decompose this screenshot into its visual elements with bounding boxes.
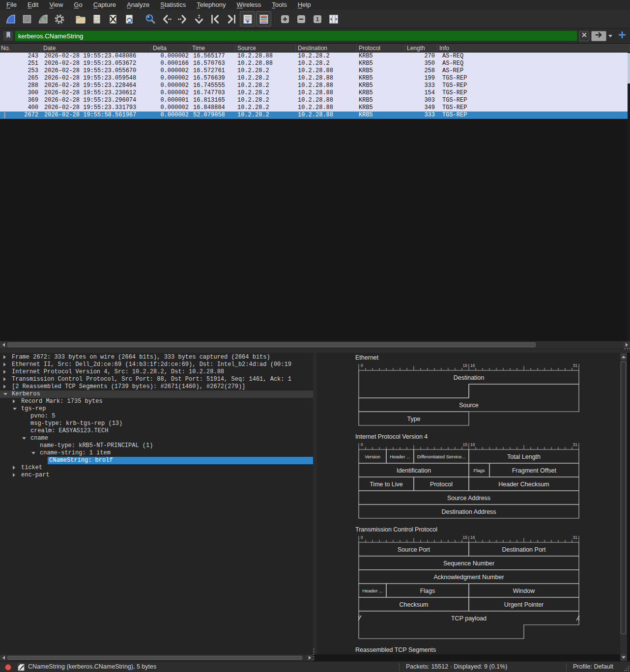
restart-capture-button[interactable] (35, 11, 51, 27)
scroll-left-arrow[interactable] (0, 655, 7, 661)
go-forward-button[interactable] (175, 11, 190, 27)
collapse-arrow-icon[interactable] (13, 408, 17, 410)
column-header-source[interactable]: Source (235, 44, 296, 52)
menu-tools[interactable]: Tools (266, 0, 292, 9)
column-header-destination[interactable]: Destination (296, 44, 357, 52)
capture-options-button[interactable] (52, 11, 67, 27)
detail-row[interactable]: CNameString: brolf (0, 457, 313, 464)
packet-diagram-pane[interactable]: Ethernet0151631DestinationSourceTypeInte… (317, 353, 620, 654)
details-horizontal-scrollbar[interactable] (0, 654, 313, 661)
packet-row[interactable]: 3002026-02-28 19:55:23.2306120.00000216.… (0, 89, 628, 97)
detail-row[interactable]: Transmission Control Protocol, Src Port:… (0, 376, 313, 383)
detail-row[interactable]: Record Mark: 1735 bytes (0, 398, 313, 405)
detail-row[interactable]: pvno: 5 (0, 413, 313, 420)
packet-row[interactable]: 2532026-02-28 19:55:23.0556700.00000216.… (0, 67, 628, 75)
menu-telephony[interactable]: Telephony (191, 0, 231, 9)
menu-capture[interactable]: Capture (88, 0, 121, 9)
zoom-out-button[interactable] (293, 11, 309, 27)
save-file-button[interactable]: 010101100011 (89, 11, 104, 27)
packet-list-horizontal-scrollbar[interactable] (0, 341, 630, 349)
menu-edit[interactable]: Edit (22, 0, 44, 9)
scroll-down-arrow[interactable] (621, 654, 627, 661)
detail-row[interactable]: [2 Reassembled TCP Segments (1739 bytes)… (0, 383, 313, 391)
column-header-date[interactable]: Date (41, 44, 151, 52)
packet-list-vertical-scrollbar[interactable] (628, 53, 630, 341)
filter-clear-button[interactable] (579, 31, 589, 41)
detail-row[interactable]: Frame 2672: 333 bytes on wire (2664 bits… (0, 354, 313, 361)
collapse-arrow-icon[interactable] (22, 437, 26, 440)
expand-arrow-icon[interactable] (3, 363, 6, 366)
open-file-button[interactable] (73, 11, 88, 27)
filter-bookmark-button[interactable] (2, 30, 14, 41)
detail-row[interactable]: crealm: EASYAS123.TECH (0, 427, 313, 435)
packet-row[interactable]: 2882026-02-28 19:55:23.2284640.00000216.… (0, 82, 628, 89)
packet-details-pane[interactable]: Frame 2672: 333 bytes on wire (2664 bits… (0, 353, 313, 654)
detail-row[interactable]: Kerberos (0, 391, 313, 398)
display-filter-input[interactable] (15, 30, 577, 41)
detail-row[interactable]: msg-type: krb-tgs-rep (13) (0, 420, 313, 427)
diagram-vertical-scrollbar[interactable] (620, 353, 627, 661)
packet-list-header[interactable]: No.DateDeltaTimeSourceDestinationProtoco… (0, 44, 630, 53)
resize-grip[interactable] (624, 666, 629, 671)
menu-view[interactable]: View (44, 0, 68, 9)
expand-arrow-icon[interactable] (3, 370, 6, 374)
detail-row[interactable]: enc-part (0, 472, 313, 479)
scroll-left-arrow[interactable] (0, 341, 7, 348)
scrollbar-handle[interactable] (621, 362, 626, 634)
capture-comment-icon[interactable] (18, 664, 25, 672)
menu-help[interactable]: Help (292, 0, 316, 9)
detail-row[interactable]: name-type: kRB5-NT-PRINCIPAL (1) (0, 442, 313, 449)
detail-row[interactable]: ticket (0, 464, 313, 472)
detail-row[interactable]: Ethernet II, Src: Dell_2d:ce:69 (14:b3:1… (0, 361, 313, 368)
zoom-100-button[interactable]: 1 (310, 11, 325, 27)
collapse-arrow-icon[interactable] (3, 393, 7, 395)
vertical-pane-splitter[interactable]: •••••• (313, 353, 317, 654)
detail-row[interactable]: Internet Protocol Version 4, Src: 10.2.2… (0, 368, 313, 376)
horizontal-pane-splitter[interactable]: •••••• (0, 349, 630, 353)
scrollbar-handle[interactable] (628, 53, 630, 84)
reload-file-button[interactable] (121, 11, 137, 27)
menu-wireless[interactable]: Wireless (231, 0, 267, 9)
expand-arrow-icon[interactable] (13, 473, 15, 477)
expand-arrow-icon[interactable] (13, 466, 15, 470)
detail-row[interactable]: tgs-rep (0, 405, 313, 413)
filter-apply-button[interactable] (591, 31, 606, 41)
go-first-button[interactable] (207, 11, 223, 27)
filter-add-button[interactable] (617, 30, 628, 41)
menu-go[interactable]: Go (68, 0, 87, 9)
expand-arrow-icon[interactable] (3, 355, 6, 359)
find-packet-button[interactable] (143, 11, 158, 27)
column-header-length[interactable]: Length (405, 44, 437, 52)
scrollbar-handle[interactable] (7, 342, 536, 347)
close-file-button[interactable] (105, 11, 120, 27)
detail-row[interactable]: cname (0, 435, 313, 442)
go-to-packet-button[interactable] (191, 11, 206, 27)
column-header-delta[interactable]: Delta (151, 44, 190, 52)
expand-arrow-icon[interactable] (3, 377, 6, 381)
packet-row[interactable]: 3692026-02-28 19:55:23.2960740.00000116.… (0, 97, 628, 104)
column-header-no[interactable]: No. (0, 44, 41, 52)
menu-analyze[interactable]: Analyze (121, 0, 155, 9)
go-back-button[interactable] (159, 11, 174, 27)
detail-row[interactable]: cname-string: 1 item (0, 449, 313, 457)
filter-dropdown-button[interactable] (606, 31, 614, 41)
packet-row[interactable]: 26722026-02-28 19:55:58.5619670.00000252… (0, 112, 628, 119)
expand-arrow-icon[interactable] (13, 399, 15, 403)
packet-row[interactable]: 2432026-02-28 19:55:23.0480860.00000216.… (0, 53, 628, 60)
menu-statistics[interactable]: Statistics (155, 0, 191, 9)
auto-scroll-button[interactable] (240, 11, 255, 27)
stop-capture-button[interactable] (19, 11, 34, 27)
scrollbar-handle[interactable] (7, 656, 302, 660)
colorize-button[interactable] (256, 11, 271, 27)
scroll-right-arrow[interactable] (306, 655, 313, 661)
profile-text[interactable]: Profile: Default (573, 662, 613, 672)
column-header-time[interactable]: Time (190, 44, 235, 52)
column-header-info[interactable]: Info (437, 44, 630, 52)
expert-info-icon[interactable] (5, 664, 11, 671)
collapse-arrow-icon[interactable] (31, 452, 35, 454)
resize-columns-button[interactable] (326, 11, 341, 27)
packet-row[interactable]: 2512026-02-28 19:55:23.0536720.00016616.… (0, 60, 628, 67)
expand-arrow-icon[interactable] (3, 385, 6, 389)
column-header-protocol[interactable]: Protocol (357, 44, 405, 52)
go-last-button[interactable] (224, 11, 239, 27)
